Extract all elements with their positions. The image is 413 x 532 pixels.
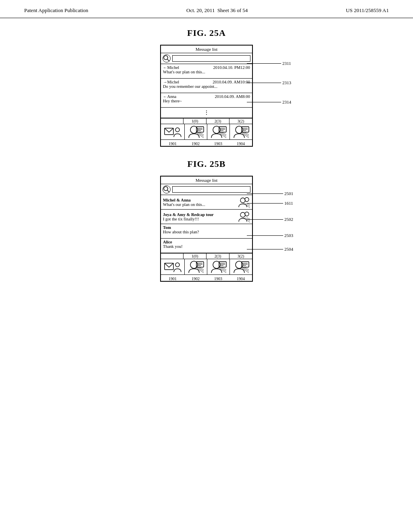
label-b-1904: 1904 bbox=[229, 276, 252, 281]
svg-line-57 bbox=[221, 267, 226, 270]
search-icon-25a bbox=[163, 54, 171, 62]
message-row-3-25a: ←Anna 2010.04.09. AM8:00 Hey there~ bbox=[161, 93, 252, 108]
ref-line-2503: 2503 bbox=[247, 233, 293, 238]
label-1901: 1901 bbox=[161, 141, 184, 146]
timestamp-3-25a: 2010.04.09. AM8:00 bbox=[215, 94, 250, 99]
ref-line-2311: 2311 bbox=[247, 61, 291, 66]
tab-label-b-1902: 1(0) bbox=[183, 254, 206, 259]
svg-line-27 bbox=[244, 132, 249, 135]
group-msg-row-2-25b: Joya & Amy & Redcap tour I got the tix f… bbox=[161, 210, 252, 224]
body-3-25b: How about this plan? bbox=[163, 230, 250, 234]
fig25a-title: FIG. 25A bbox=[24, 28, 389, 38]
group-msg-text-1: Michel & Anna What's our plan on this... bbox=[163, 198, 238, 207]
svg-line-11 bbox=[199, 132, 204, 135]
message-row-4-25b: Alice Thank you! bbox=[161, 239, 252, 253]
fig25b-screen: Message list Michel & Anna Wh bbox=[160, 176, 253, 282]
timestamp-2-25a: 2010.04.09. AM10:00 bbox=[213, 80, 250, 84]
svg-point-0 bbox=[164, 56, 168, 60]
svg-line-29 bbox=[167, 190, 169, 192]
group-msg-row-1-25b: Michel & Anna What's our plan on this... bbox=[161, 195, 252, 210]
message-row-3-25b: Tom How about this plan? bbox=[161, 224, 252, 239]
fig25a-diagram: Message list ←Michel 2010.04. bbox=[24, 45, 389, 147]
svg-point-30 bbox=[240, 198, 245, 203]
label-b-1902: 1902 bbox=[184, 276, 207, 281]
tab-labels-25b: 1(0) 2(3) 3(2) bbox=[161, 254, 252, 259]
svg-line-17 bbox=[218, 132, 226, 138]
screen-title-25a: Message list bbox=[161, 46, 252, 53]
tab-1904-icon[interactable] bbox=[229, 124, 252, 139]
tab-b-1904-icon[interactable] bbox=[229, 259, 252, 274]
label-b-1903: 1903 bbox=[207, 276, 229, 281]
label-1902: 1902 bbox=[184, 141, 207, 146]
fig25a-screen: Message list ←Michel 2010.04. bbox=[160, 45, 253, 147]
ellipsis-25a: ⋮ bbox=[161, 108, 252, 118]
search-icon-25b bbox=[163, 185, 171, 193]
fig25a-phone: Message list ←Michel 2010.04. bbox=[160, 45, 253, 147]
ref-line-2313: 2313 bbox=[247, 80, 291, 85]
ref-line-2504: 2504 bbox=[247, 247, 293, 251]
tab-b-1901-icon[interactable] bbox=[161, 259, 184, 274]
search-input-25a[interactable] bbox=[172, 55, 250, 62]
screen-title-25b: Message list bbox=[161, 177, 252, 184]
svg-line-55 bbox=[218, 267, 226, 273]
tab-1903-icon[interactable] bbox=[207, 124, 229, 139]
svg-line-25 bbox=[241, 132, 249, 138]
sender-3-25a: ←Anna bbox=[163, 94, 176, 99]
svg-line-19 bbox=[221, 132, 226, 135]
svg-line-49 bbox=[199, 267, 204, 270]
svg-line-65 bbox=[244, 267, 249, 270]
tab-1902-icon[interactable] bbox=[184, 124, 207, 139]
tab-b-1902-icon[interactable] bbox=[184, 259, 207, 274]
tab-label-1903: 2(3) bbox=[206, 118, 229, 124]
tab-1901-icon[interactable] bbox=[161, 124, 184, 139]
bottom-labels-25a: 1901 1902 1903 1904 bbox=[161, 140, 252, 146]
sender-1-25a: ←Michel bbox=[163, 65, 179, 70]
svg-point-41 bbox=[175, 263, 179, 267]
tab-bar-25b: 1(0) 2(3) 3(2) bbox=[161, 253, 252, 275]
ref-line-2501: 2501 bbox=[247, 191, 293, 196]
ref-lines-25b: 2501 1611 2502 2503 2504 bbox=[247, 191, 293, 251]
svg-point-3 bbox=[175, 128, 179, 132]
tab-label-1902: 1(0) bbox=[183, 118, 206, 124]
tab-label-b-1904: 3(2) bbox=[229, 254, 252, 259]
svg-line-47 bbox=[196, 267, 204, 273]
fig25b-diagram: Message list Michel & Anna Wh bbox=[24, 176, 389, 282]
tab-icons-row-25b bbox=[161, 259, 252, 274]
tab-icons-row-25a bbox=[161, 124, 252, 139]
body-2-25a: Do you remember our appoint... bbox=[163, 84, 250, 89]
header-center: Oct. 20, 2011 Sheet 36 of 54 bbox=[186, 7, 248, 14]
group-msg-text-2: Joya & Amy & Redcap tour I got the tix f… bbox=[163, 212, 238, 221]
ref-lines-25a: 2311 2313 2314 bbox=[247, 61, 291, 104]
bottom-labels-25b: 1901 1902 1903 1904 bbox=[161, 275, 252, 281]
tab-b-1903-icon[interactable] bbox=[207, 259, 229, 274]
ref-line-2314: 2314 bbox=[247, 100, 291, 104]
label-1903: 1903 bbox=[207, 141, 229, 146]
tab-label-b-1903: 2(3) bbox=[206, 254, 229, 259]
svg-line-63 bbox=[241, 267, 249, 273]
search-row-25a bbox=[161, 53, 252, 64]
label-b-1901: 1901 bbox=[161, 276, 184, 281]
body-3-25a: Hey there~ bbox=[163, 99, 250, 103]
header-left: Patent Application Publication bbox=[24, 7, 88, 14]
patent-header: Patent Application Publication Oct. 20, … bbox=[0, 0, 413, 18]
header-right: US 2011/258559 A1 bbox=[346, 7, 389, 14]
search-input-25b[interactable] bbox=[172, 186, 250, 193]
message-row-1-25a: ←Michel 2010.04.10. PM12:00 What's our p… bbox=[161, 64, 252, 79]
fig25b-title: FIG. 25B bbox=[24, 159, 389, 169]
svg-line-1 bbox=[167, 59, 169, 61]
body-4-25b: Thank you! bbox=[163, 244, 250, 249]
tab-bar-25a: 1(0) 2(3) 3(2) bbox=[161, 118, 252, 140]
tab-label-1904: 3(2) bbox=[229, 118, 252, 124]
fig25b-phone: Message list Michel & Anna Wh bbox=[160, 176, 253, 282]
label-1904: 1904 bbox=[229, 141, 252, 146]
svg-point-28 bbox=[164, 187, 168, 191]
body-1-25a: What's our plan on this... bbox=[163, 70, 250, 74]
sender-2-25a: →Michel bbox=[163, 80, 179, 84]
message-row-2-25a: →Michel 2010.04.09. AM10:00 Do you remem… bbox=[161, 79, 252, 93]
ref-line-2502: 2502 bbox=[247, 217, 293, 222]
tab-labels-25a: 1(0) 2(3) 3(2) bbox=[161, 118, 252, 124]
search-row-25b bbox=[161, 184, 252, 195]
svg-line-9 bbox=[196, 132, 204, 138]
ref-line-1611: 1611 bbox=[247, 201, 293, 206]
svg-point-35 bbox=[240, 212, 245, 217]
